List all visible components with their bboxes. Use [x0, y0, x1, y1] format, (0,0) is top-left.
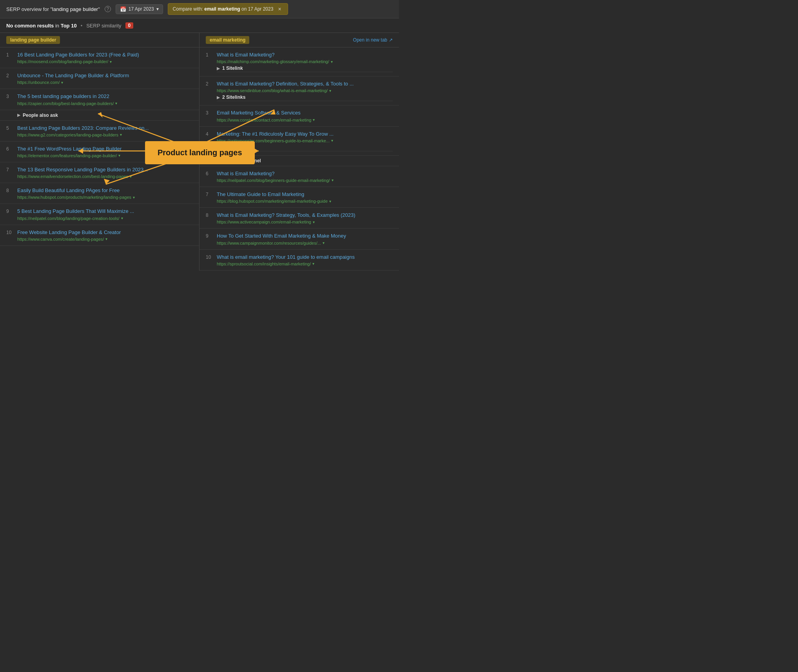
- result-title[interactable]: Best Landing Page Builders 2023: Compare…: [17, 125, 193, 132]
- list-item: 9 5 Best Landing Page Builders That Will…: [0, 204, 199, 225]
- url-dropdown-arrow[interactable]: ▾: [329, 199, 331, 203]
- row-content: Best Landing Page Builders 2023: Compare…: [17, 125, 193, 137]
- list-item: 10 Free Website Landing Page Builder & C…: [0, 225, 199, 246]
- right-col-header: email marketing Open in new tab ↗: [200, 33, 399, 47]
- result-url[interactable]: https://sproutsocial.com/insights/email-…: [217, 262, 393, 266]
- result-url[interactable]: https://www.sendinblue.com/blog/what-is-…: [217, 88, 393, 93]
- expand-icon: ▶: [17, 113, 20, 117]
- url-dropdown-arrow[interactable]: ▾: [115, 101, 117, 105]
- calendar-icon: 📅: [120, 6, 126, 12]
- result-url[interactable]: https://moosend.com/blog/landing-page-bu…: [17, 59, 193, 64]
- compare-close-button[interactable]: ×: [276, 5, 283, 13]
- row-number: 6: [206, 171, 212, 176]
- result-url[interactable]: https://unbounce.com/ ▾: [17, 80, 193, 85]
- url-dropdown-arrow[interactable]: ▾: [313, 220, 315, 224]
- url-dropdown-arrow[interactable]: ▾: [329, 89, 331, 93]
- url-dropdown-arrow[interactable]: ▾: [118, 153, 120, 158]
- row-content: What is Email Marketing? Strategy, Tools…: [217, 212, 393, 224]
- row-content: How To Get Started With Email Marketing …: [217, 232, 393, 245]
- result-url[interactable]: https://www.g2.com/categories/landing-pa…: [17, 133, 193, 137]
- row-content: Email Marketing Software & Services http…: [217, 109, 393, 122]
- row-number: 3: [6, 94, 13, 99]
- row-content: What is Email Marketing? https://neilpat…: [217, 170, 393, 183]
- row-content: 16 Best Landing Page Builders for 2023 (…: [17, 51, 193, 64]
- result-url[interactable]: https://www.constantcontact.com/email-ma…: [217, 118, 393, 122]
- result-url[interactable]: https://blog.hubspot.com/marketing/email…: [217, 199, 393, 203]
- list-item: 8 Easily Build Beautiful Landing PAges f…: [0, 183, 199, 204]
- serp-similarity-label: SERP similarity: [86, 23, 121, 29]
- row-number: 10: [206, 254, 212, 260]
- result-url[interactable]: https://www.hubspot.com/products/marketi…: [17, 195, 193, 200]
- result-title[interactable]: What is Email Marketing? Strategy, Tools…: [217, 212, 393, 219]
- result-title[interactable]: 5 Best Landing Page Builders That Will M…: [17, 208, 193, 215]
- url-dropdown-arrow[interactable]: ▾: [105, 237, 107, 241]
- row-content: The 5 best landing page builders in 2022…: [17, 93, 193, 105]
- url-dropdown-arrow[interactable]: ▾: [61, 80, 63, 85]
- result-title[interactable]: The 13 Best Responsive Landing Page Buil…: [17, 166, 193, 173]
- result-title[interactable]: The Ultimate Guide to Email Marketing: [217, 191, 393, 198]
- list-item: 3 Email Marketing Software & Services ht…: [200, 105, 399, 126]
- expand-row[interactable]: ▶People also ask: [0, 110, 199, 121]
- open-new-tab-link[interactable]: Open in new tab ↗: [353, 37, 393, 43]
- result-title[interactable]: What is Email Marketing?: [217, 170, 393, 177]
- url-dropdown-arrow[interactable]: ▾: [331, 138, 333, 143]
- url-dropdown-arrow[interactable]: ▾: [323, 241, 325, 245]
- url-dropdown-arrow[interactable]: ▾: [332, 178, 334, 182]
- date-picker-button[interactable]: 📅 17 Apr 2023 ▾: [116, 4, 163, 14]
- row-content: 5 Best Landing Page Builders That Will M…: [17, 208, 193, 220]
- list-item: 7 The 13 Best Responsive Landing Page Bu…: [0, 162, 199, 183]
- callout-box: Product landing pages: [145, 141, 255, 164]
- list-item: 1 16 Best Landing Page Builders for 2023…: [0, 47, 199, 68]
- header-bar: SERP overview for "landing page builder"…: [0, 0, 399, 18]
- url-dropdown-arrow[interactable]: ▾: [331, 60, 333, 64]
- result-url[interactable]: https://www.emailvendorselection.com/bes…: [17, 174, 193, 179]
- result-title[interactable]: How To Get Started With Email Marketing …: [217, 232, 393, 240]
- result-url[interactable]: https://mailchimp.com/marketing-glossary…: [217, 59, 393, 64]
- result-title[interactable]: Unbounce - The Landing Page Builder & Pl…: [17, 72, 193, 79]
- row-number: 8: [206, 212, 212, 218]
- result-title[interactable]: Free Website Landing Page Builder & Crea…: [17, 229, 193, 236]
- help-icon[interactable]: ?: [105, 6, 111, 12]
- result-url[interactable]: https://www.activecampaign.com/email-mar…: [217, 220, 393, 224]
- sitelink-row[interactable]: ▶ 2 Sitelinks: [217, 93, 393, 101]
- result-url[interactable]: https://neilpatel.com/blog/beginners-gui…: [217, 178, 393, 183]
- subheader: No common results in Top 10 • SERP simil…: [0, 18, 399, 33]
- result-title[interactable]: Marketing: The #1 Ridiculosly Easy Way T…: [217, 131, 393, 138]
- page-title: SERP overview for "landing page builder": [6, 6, 100, 12]
- left-keyword-tag: landing page builder: [6, 36, 60, 44]
- result-title[interactable]: The 5 best landing page builders in 2022: [17, 93, 193, 100]
- list-item: 3 The 5 best landing page builders in 20…: [0, 89, 199, 110]
- right-keyword-tag: email marketing: [206, 36, 249, 44]
- row-number: 1: [6, 52, 13, 58]
- row-number: 7: [206, 192, 212, 197]
- result-title[interactable]: Easily Build Beautiful Landing PAges for…: [17, 187, 193, 194]
- result-title[interactable]: What is Email Marketing? Definition, Str…: [217, 80, 393, 87]
- url-dropdown-arrow[interactable]: ▾: [130, 174, 132, 179]
- result-url[interactable]: https://www.campaignmonitor.com/resource…: [217, 241, 393, 245]
- similarity-score: 0: [125, 22, 134, 29]
- row-content: What is Email Marketing? https://mailchi…: [217, 51, 393, 72]
- list-item: 10 What is email marketing? Your 101 gui…: [200, 250, 399, 271]
- row-number: 9: [206, 233, 212, 239]
- row-number: 1: [206, 52, 212, 58]
- url-dropdown-arrow[interactable]: ▾: [312, 262, 314, 266]
- result-title[interactable]: What is email marketing? Your 101 guide …: [217, 254, 393, 261]
- row-number: 8: [6, 188, 13, 193]
- url-dropdown-arrow[interactable]: ▾: [121, 216, 123, 220]
- sitelink-row[interactable]: ▶ 1 Sitelink: [217, 64, 393, 72]
- list-item: 8 What is Email Marketing? Strategy, Too…: [200, 208, 399, 229]
- row-number: 10: [6, 230, 13, 235]
- row-number: 5: [6, 125, 13, 131]
- result-url[interactable]: https://www.canva.com/create/landing-pag…: [17, 237, 193, 242]
- result-title[interactable]: What is Email Marketing?: [217, 51, 393, 58]
- result-url[interactable]: https://zapier.com/blog/best-landing-pag…: [17, 101, 193, 106]
- row-number: 3: [206, 110, 212, 116]
- result-url[interactable]: https://neilpatel.com/blog/landing/page-…: [17, 216, 193, 221]
- url-dropdown-arrow[interactable]: ▾: [133, 195, 135, 200]
- row-content: Easily Build Beautiful Landing PAges for…: [17, 187, 193, 200]
- result-title[interactable]: Email Marketing Software & Services: [217, 109, 393, 116]
- url-dropdown-arrow[interactable]: ▾: [110, 60, 112, 64]
- url-dropdown-arrow[interactable]: ▾: [120, 133, 122, 137]
- result-title[interactable]: 16 Best Landing Page Builders for 2023 (…: [17, 51, 193, 58]
- url-dropdown-arrow[interactable]: ▾: [313, 118, 315, 122]
